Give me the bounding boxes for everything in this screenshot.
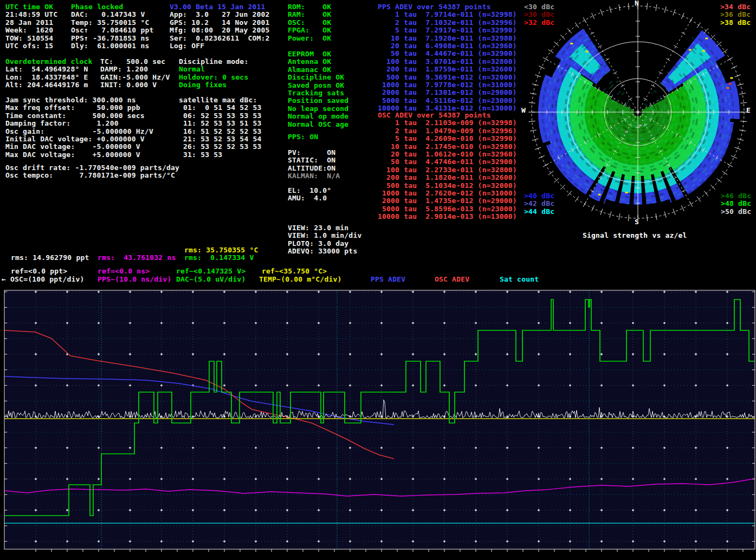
text-line: 1000 tau 7.9778e-012 (n=31000) [378, 81, 517, 89]
text-line: STATIC: ON [288, 157, 340, 164]
text-line: 28 Jan 2011 [5, 19, 57, 27]
text-line: >50 dBc [721, 208, 751, 216]
text-line: Osc tempco: 7.780171e-009 parts/°C [5, 172, 179, 179]
text-line: GAIN:-5.000 Hz/V [100, 74, 170, 81]
text-line: DAC: 0.147343 V [71, 11, 154, 18]
text-line: Alt: 204.46449176 m [5, 81, 93, 89]
text-line: >34 dBc [720, 3, 751, 11]
text-line: INIT: 0.000 V [100, 81, 170, 89]
oscillator-block: Phase lockedDAC: 0.147343 VTemp: 35.7500… [71, 3, 154, 50]
text-line: UTC time OK [5, 3, 57, 11]
text-line: Lat: 54.4964928° N [5, 66, 93, 73]
text-line: Power: OK [288, 35, 331, 42]
text-line: 500 tau 9.3691e-012 (n=32000) [378, 74, 517, 81]
rms-osc: rms: 14.962790 ppt [11, 254, 89, 262]
ref-osc: ref=<0.0 ppt> [11, 268, 67, 275]
text-line: Saved posn OK [288, 82, 348, 89]
text-line: ref=<0.0 ppt> [11, 268, 67, 275]
text-line: 2 tau 1.0479e-009 (n=32996) [378, 127, 517, 135]
text-line: 01: 0 51 54 52 53 [179, 104, 262, 112]
text-line: rms: 43.761032 ns [98, 254, 176, 262]
text-line: 10000 tau 2.9014e-013 (n=13000) [378, 213, 517, 220]
text-line: Holdover: 0 secs [179, 74, 248, 81]
text-line: >46 dBc [721, 192, 751, 200]
text-line: ROM: OK [288, 3, 331, 11]
text-line: 1 tau 7.9714e-011 (n=32998) [378, 11, 517, 18]
text-line: GPS: 10.2 14 Nov 2001 [170, 19, 270, 27]
text-line: Normal [179, 66, 248, 73]
ref-pps: ref=<0.0 ns> [98, 268, 150, 275]
text-line: 200 tau 1.8759e-011 (n=32600) [378, 66, 517, 73]
text-line: Normal OSC age [288, 121, 348, 128]
satellite-dbc-table: satellite max dBc: 01: 0 51 54 52 53 06:… [179, 96, 262, 159]
text-line: Week: 1620 [5, 27, 57, 34]
text-line: PPS~(10.0 ns/div) [98, 276, 171, 283]
text-line: AMU: 4.0 [288, 194, 331, 202]
text-line: <30 dBc [524, 3, 554, 11]
health-block: ROM: OKRAM: OKOSC: OKFPGA: OKPower: OK [288, 3, 331, 42]
text-line: 10 tau 7.1920e-011 (n=32980) [378, 35, 517, 42]
text-line: 50 tau 4.4467e-011 (n=32900) [378, 50, 517, 57]
text-line: VIEW: 1.0 min/div [288, 232, 361, 239]
text-line: >48 dBc [721, 200, 751, 207]
text-line: Max freq offset: 50.000 ppb [5, 104, 153, 112]
legend-sat-count: Sat count [500, 276, 539, 283]
text-line: PLOTQ: 3.0 day [288, 240, 361, 248]
dbc-legend-top-right: >34 dBc>36 dBc>38 dBc [720, 3, 751, 27]
text-line: RAM: OK [288, 11, 331, 18]
text-line: 21:48:59 UTC [5, 11, 57, 18]
text-line: 26: 53 52 52 53 53 [179, 143, 262, 151]
text-line: ref~<35.750 °C> [262, 268, 327, 275]
text-line: ref~<0.147325 V> [176, 268, 245, 275]
text-line: DAMP: 1.200 [100, 66, 170, 73]
text-line: FPGA: OK [288, 27, 331, 34]
ref-dac: ref~<0.147325 V> [176, 268, 245, 275]
text-line: Initial DAC voltage: +0.000000 V [5, 135, 153, 143]
status-text-layer: UTC time OK21:48:59 UTC28 Jan 2011Week: … [0, 0, 756, 560]
text-line: 31: 53 53 [179, 151, 262, 159]
text-line: Lon: 18.4337848° E [5, 74, 93, 81]
text-line: >40 dBc [524, 192, 554, 200]
lady-heather-screen: UTC time OK21:48:59 UTC28 Jan 2011Week: … [0, 0, 756, 560]
text-line: Almanac OK [288, 66, 348, 74]
text-line: Tracking sats [288, 89, 348, 97]
compass-west-label: W [521, 106, 526, 114]
text-line: Overdetermined clock [5, 58, 93, 66]
text-line: >38 dBc [720, 19, 751, 27]
scale-dac: DAC~(5.0 uV/div) [176, 276, 245, 283]
text-line: Damping factor: 1.200 [5, 120, 153, 127]
compass-north-label: N [635, 0, 639, 7]
text-line: rms: 0.147334 V [184, 254, 254, 262]
text-line: >42 dBc [524, 200, 554, 207]
text-line: 50 tau 4.4746e-011 (n=32900) [378, 158, 517, 166]
text-line: Min DAC voltage: -5.000000 V [5, 143, 153, 151]
compass-south-label: S [635, 218, 639, 226]
legend-pps-adev: PPS ADEV [371, 276, 405, 283]
text-line: Time constant: 500.000 secs [5, 112, 153, 120]
text-line: Osc↑ 7.084610 ppt [71, 27, 154, 34]
pps-adev-table: PPS ADEV over 54387 points 1 tau 7.9714e… [378, 3, 517, 112]
text-line: KALMAN: N/A [288, 172, 340, 180]
text-line: 11: 52 53 53 51 53 [179, 120, 262, 127]
elevation-block: EL: 10.0°AMU: 4.0 [288, 187, 331, 203]
dbc-legend-bottom-left: >40 dBc>42 dBc>44 dBc [524, 192, 554, 216]
view-block: VIEW: 23.0 minVIEW: 1.0 min/divPLOTQ: 3.… [288, 224, 361, 256]
text-line: ADEVQ: 33000 pts [288, 248, 361, 255]
text-line: OSC ADEV over 54387 points [378, 112, 517, 119]
text-line: >36 dBc [720, 11, 751, 18]
compass-east-label: E [746, 106, 751, 114]
scale-osc: ← OSC=(100 ppt/div) [2, 276, 85, 283]
text-line: ref=<0.0 ns> [98, 268, 150, 275]
text-line: 10 tau 2.1745e-010 (n=32980) [378, 143, 517, 151]
text-line: App: 3.0 27 Jun 2002 [170, 11, 270, 18]
pps-state-block: PPS: ON [288, 133, 318, 141]
text-line: TC: 500.0 sec [100, 58, 170, 66]
drift-block: Osc drift rate: -1.770540e-009 parts/day… [5, 164, 179, 180]
text-line: 2 tau 7.1032e-011 (n=32996) [378, 19, 517, 27]
text-line: >32 dBc [524, 19, 554, 27]
text-line: rms: 14.962790 ppt [11, 254, 89, 262]
text-line: 1 tau 2.1103e-009 (n=32998) [378, 119, 517, 127]
polar-chart-title: Signal strength vs az/el [583, 231, 687, 239]
text-line: Dly: 61.000001 ns [71, 42, 154, 50]
text-line: 5 tau 4.2609e-010 (n=32990) [378, 135, 517, 142]
